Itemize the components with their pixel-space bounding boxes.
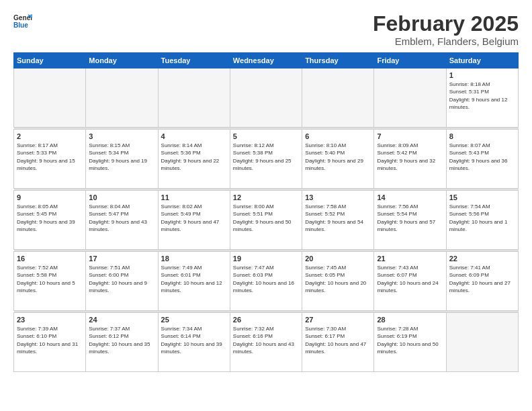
- day-number: 4: [161, 132, 227, 140]
- day-cell: [446, 313, 518, 372]
- title-block: February 2025 Emblem, Flanders, Belgium: [373, 12, 519, 47]
- logo: General Blue: [13, 12, 32, 31]
- day-cell: 20Sunrise: 7:45 AM Sunset: 6:05 PM Dayli…: [302, 252, 374, 311]
- day-detail: Sunrise: 8:02 AM Sunset: 5:49 PM Dayligh…: [161, 203, 227, 233]
- day-number: 7: [377, 132, 443, 140]
- day-detail: Sunrise: 7:41 AM Sunset: 6:09 PM Dayligh…: [449, 264, 515, 294]
- day-number: 3: [89, 132, 154, 140]
- day-cell: 6Sunrise: 8:10 AM Sunset: 5:40 PM Daylig…: [302, 130, 374, 189]
- week-row-3: 9Sunrise: 8:05 AM Sunset: 5:45 PM Daylig…: [14, 191, 519, 250]
- day-number: 14: [377, 193, 443, 201]
- week-row-1: 1Sunrise: 8:18 AM Sunset: 5:31 PM Daylig…: [14, 68, 519, 128]
- day-number: 9: [17, 193, 83, 201]
- day-detail: Sunrise: 7:30 AM Sunset: 6:17 PM Dayligh…: [305, 325, 371, 355]
- calendar-subtitle: Emblem, Flanders, Belgium: [373, 36, 519, 47]
- day-cell: 26Sunrise: 7:32 AM Sunset: 6:16 PM Dayli…: [230, 313, 302, 372]
- week-row-5: 23Sunrise: 7:39 AM Sunset: 6:10 PM Dayli…: [14, 313, 519, 372]
- day-cell: 15Sunrise: 7:54 AM Sunset: 5:56 PM Dayli…: [446, 191, 518, 250]
- day-detail: Sunrise: 7:43 AM Sunset: 6:07 PM Dayligh…: [377, 264, 443, 294]
- day-detail: Sunrise: 7:52 AM Sunset: 5:58 PM Dayligh…: [17, 264, 83, 294]
- day-detail: Sunrise: 8:00 AM Sunset: 5:51 PM Dayligh…: [233, 203, 299, 233]
- col-wednesday: Wednesday: [230, 53, 302, 68]
- day-number: 26: [233, 316, 299, 324]
- col-friday: Friday: [374, 53, 446, 68]
- day-number: 25: [161, 316, 227, 324]
- day-number: 12: [233, 193, 299, 201]
- day-number: 1: [449, 71, 515, 79]
- day-cell: 28Sunrise: 7:28 AM Sunset: 6:19 PM Dayli…: [374, 313, 446, 372]
- day-detail: Sunrise: 7:34 AM Sunset: 6:14 PM Dayligh…: [161, 325, 227, 355]
- day-detail: Sunrise: 8:10 AM Sunset: 5:40 PM Dayligh…: [305, 142, 371, 172]
- day-detail: Sunrise: 7:51 AM Sunset: 6:00 PM Dayligh…: [89, 264, 154, 294]
- day-detail: Sunrise: 7:37 AM Sunset: 6:12 PM Dayligh…: [89, 325, 154, 355]
- day-cell: 25Sunrise: 7:34 AM Sunset: 6:14 PM Dayli…: [158, 313, 230, 372]
- day-cell: [374, 68, 446, 128]
- col-monday: Monday: [86, 53, 158, 68]
- day-detail: Sunrise: 7:47 AM Sunset: 6:03 PM Dayligh…: [233, 264, 299, 294]
- header: General Blue February 2025 Emblem, Fland…: [13, 12, 519, 47]
- day-cell: [158, 68, 230, 128]
- day-cell: [86, 68, 158, 128]
- day-detail: Sunrise: 7:54 AM Sunset: 5:56 PM Dayligh…: [449, 203, 515, 233]
- day-cell: 8Sunrise: 8:07 AM Sunset: 5:43 PM Daylig…: [446, 130, 518, 189]
- day-detail: Sunrise: 8:07 AM Sunset: 5:43 PM Dayligh…: [449, 142, 515, 172]
- day-number: 20: [305, 255, 371, 263]
- day-number: 18: [161, 255, 227, 263]
- day-cell: 24Sunrise: 7:37 AM Sunset: 6:12 PM Dayli…: [86, 313, 158, 372]
- week-row-2: 2Sunrise: 8:17 AM Sunset: 5:33 PM Daylig…: [14, 130, 519, 189]
- page: General Blue February 2025 Emblem, Fland…: [0, 0, 532, 411]
- day-cell: 22Sunrise: 7:41 AM Sunset: 6:09 PM Dayli…: [446, 252, 518, 311]
- col-sunday: Sunday: [14, 53, 86, 68]
- day-number: 2: [17, 132, 83, 140]
- calendar-table: Sunday Monday Tuesday Wednesday Thursday…: [13, 52, 519, 372]
- day-detail: Sunrise: 8:15 AM Sunset: 5:34 PM Dayligh…: [89, 142, 154, 172]
- day-cell: 2Sunrise: 8:17 AM Sunset: 5:33 PM Daylig…: [14, 130, 86, 189]
- day-cell: [230, 68, 302, 128]
- day-cell: [302, 68, 374, 128]
- day-number: 15: [449, 193, 515, 201]
- day-number: 19: [233, 255, 299, 263]
- day-number: 6: [305, 132, 371, 140]
- col-thursday: Thursday: [302, 53, 374, 68]
- day-number: 11: [161, 193, 227, 201]
- week-row-4: 16Sunrise: 7:52 AM Sunset: 5:58 PM Dayli…: [14, 252, 519, 311]
- day-number: 17: [89, 255, 154, 263]
- day-cell: 1Sunrise: 8:18 AM Sunset: 5:31 PM Daylig…: [446, 68, 518, 128]
- day-number: 8: [449, 132, 515, 140]
- day-number: 27: [305, 316, 371, 324]
- day-detail: Sunrise: 7:49 AM Sunset: 6:01 PM Dayligh…: [161, 264, 227, 294]
- day-number: 28: [377, 316, 443, 324]
- day-detail: Sunrise: 8:09 AM Sunset: 5:42 PM Dayligh…: [377, 142, 443, 172]
- day-cell: 4Sunrise: 8:14 AM Sunset: 5:36 PM Daylig…: [158, 130, 230, 189]
- day-number: 5: [233, 132, 299, 140]
- svg-text:Blue: Blue: [13, 21, 28, 29]
- day-detail: Sunrise: 7:56 AM Sunset: 5:54 PM Dayligh…: [377, 203, 443, 233]
- day-detail: Sunrise: 7:39 AM Sunset: 6:10 PM Dayligh…: [17, 325, 83, 355]
- day-cell: 11Sunrise: 8:02 AM Sunset: 5:49 PM Dayli…: [158, 191, 230, 250]
- day-cell: 3Sunrise: 8:15 AM Sunset: 5:34 PM Daylig…: [86, 130, 158, 189]
- day-cell: 13Sunrise: 7:58 AM Sunset: 5:52 PM Dayli…: [302, 191, 374, 250]
- day-cell: 18Sunrise: 7:49 AM Sunset: 6:01 PM Dayli…: [158, 252, 230, 311]
- day-cell: 9Sunrise: 8:05 AM Sunset: 5:45 PM Daylig…: [14, 191, 86, 250]
- day-detail: Sunrise: 7:28 AM Sunset: 6:19 PM Dayligh…: [377, 325, 443, 355]
- day-detail: Sunrise: 8:18 AM Sunset: 5:31 PM Dayligh…: [449, 81, 515, 111]
- day-number: 22: [449, 255, 515, 263]
- day-cell: 16Sunrise: 7:52 AM Sunset: 5:58 PM Dayli…: [14, 252, 86, 311]
- day-cell: 5Sunrise: 8:12 AM Sunset: 5:38 PM Daylig…: [230, 130, 302, 189]
- day-detail: Sunrise: 8:04 AM Sunset: 5:47 PM Dayligh…: [89, 203, 154, 233]
- day-number: 16: [17, 255, 83, 263]
- day-cell: 21Sunrise: 7:43 AM Sunset: 6:07 PM Dayli…: [374, 252, 446, 311]
- col-tuesday: Tuesday: [158, 53, 230, 68]
- day-detail: Sunrise: 7:32 AM Sunset: 6:16 PM Dayligh…: [233, 325, 299, 355]
- day-cell: 23Sunrise: 7:39 AM Sunset: 6:10 PM Dayli…: [14, 313, 86, 372]
- day-detail: Sunrise: 8:05 AM Sunset: 5:45 PM Dayligh…: [17, 203, 83, 233]
- day-number: 21: [377, 255, 443, 263]
- day-detail: Sunrise: 8:17 AM Sunset: 5:33 PM Dayligh…: [17, 142, 83, 172]
- day-cell: 27Sunrise: 7:30 AM Sunset: 6:17 PM Dayli…: [302, 313, 374, 372]
- weekday-header-row: Sunday Monday Tuesday Wednesday Thursday…: [14, 53, 519, 68]
- day-detail: Sunrise: 8:12 AM Sunset: 5:38 PM Dayligh…: [233, 142, 299, 172]
- day-detail: Sunrise: 7:45 AM Sunset: 6:05 PM Dayligh…: [305, 264, 371, 294]
- day-detail: Sunrise: 8:14 AM Sunset: 5:36 PM Dayligh…: [161, 142, 227, 172]
- logo-icon: General Blue: [13, 12, 32, 31]
- day-number: 10: [89, 193, 154, 201]
